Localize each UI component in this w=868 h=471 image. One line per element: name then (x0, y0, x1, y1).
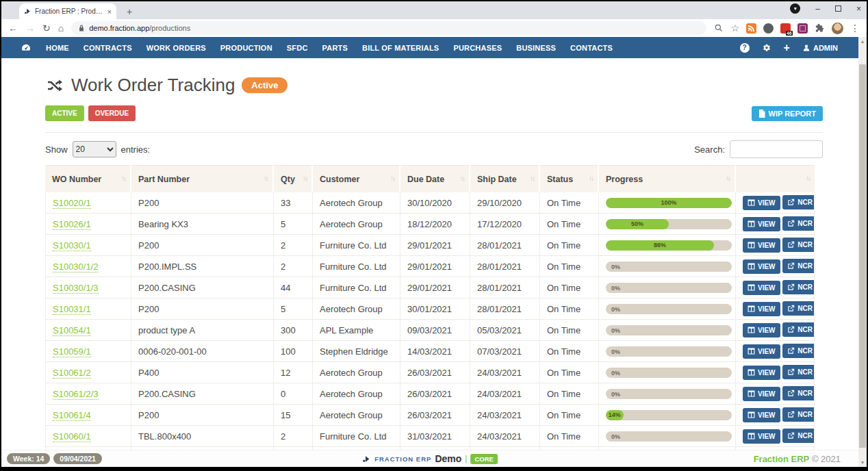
wo-number-link[interactable]: S10026/1 (53, 219, 91, 230)
column-header[interactable]: Qty↑↓ (274, 165, 313, 192)
ncr-button[interactable]: NCR (782, 344, 815, 358)
column-header[interactable]: WO Number↑↓ (45, 165, 131, 192)
view-button[interactable]: VIEW (743, 387, 780, 401)
view-button[interactable]: VIEW (743, 408, 780, 422)
search-input[interactable] (730, 140, 823, 158)
red-extension-icon[interactable]: 46 (780, 23, 791, 34)
sort-icon[interactable]: ↑↓ (264, 175, 268, 182)
overdue-filter-button[interactable]: OVERDUE (88, 105, 136, 121)
add-icon[interactable]: + (784, 42, 790, 53)
view-button[interactable]: VIEW (743, 238, 780, 253)
sort-icon[interactable]: ↑↓ (589, 175, 593, 182)
view-button[interactable]: VIEW (743, 344, 780, 359)
rss-extension-icon[interactable] (746, 23, 756, 34)
scrollbar-up-icon[interactable]: ▲ (858, 37, 867, 46)
ncr-button[interactable]: NCR (782, 429, 815, 443)
sort-icon[interactable]: ↑↓ (726, 175, 730, 182)
purple-extension-icon[interactable] (797, 23, 808, 34)
wip-report-button[interactable]: WIP REPORT (752, 106, 823, 121)
view-button[interactable]: VIEW (743, 217, 780, 231)
column-header[interactable]: Ship Date↑↓ (470, 165, 540, 192)
wo-number-link[interactable]: S10031/1 (53, 304, 91, 315)
browser-tab[interactable]: Fraction ERP : Productions × (19, 3, 116, 19)
wo-number-link[interactable]: S10060/1 (53, 431, 91, 442)
ncr-button[interactable]: NCR (782, 301, 815, 316)
ncr-button[interactable]: NCR (782, 280, 815, 294)
close-window-button[interactable]: × (856, 5, 861, 13)
ncr-button[interactable]: NCR (782, 322, 815, 337)
column-header[interactable]: Customer↑↓ (313, 165, 400, 192)
nav-item[interactable]: HOME (46, 44, 69, 52)
circle-extension-icon[interactable] (763, 23, 774, 34)
ncr-button[interactable]: NCR (782, 407, 815, 422)
sort-icon[interactable]: ↑↓ (806, 175, 810, 182)
sort-icon[interactable]: ↑↓ (121, 175, 125, 182)
wo-number-link[interactable]: S10030/1/3 (53, 283, 99, 294)
tab-close-icon[interactable]: × (107, 8, 112, 16)
column-header[interactable]: Due Date↑↓ (400, 165, 470, 192)
browser-profile-icon[interactable]: ▾ (790, 3, 800, 14)
extensions-puzzle-icon[interactable] (815, 23, 825, 34)
page-scrollbar[interactable]: ▲ ▼ (858, 37, 867, 467)
sort-icon[interactable]: ↑↓ (530, 175, 534, 182)
browser-menu-icon[interactable]: ⋮ (850, 23, 860, 33)
forward-icon[interactable]: → (25, 23, 35, 33)
ncr-button[interactable]: NCR (782, 259, 815, 273)
bookmark-star-icon[interactable]: ☆ (730, 23, 739, 33)
nav-item[interactable]: PRODUCTION (220, 44, 272, 52)
view-button[interactable]: VIEW (743, 429, 780, 444)
column-header[interactable]: Status↑↓ (540, 165, 599, 192)
scrollbar-down-icon[interactable]: ▼ (858, 458, 867, 467)
new-tab-button[interactable]: + (123, 6, 136, 17)
ncr-button[interactable]: NCR (782, 386, 815, 400)
view-button[interactable]: VIEW (743, 196, 780, 210)
wo-number-link[interactable]: S10061/4 (53, 410, 91, 421)
gear-icon[interactable] (762, 43, 771, 53)
sort-icon[interactable]: ↑↓ (303, 175, 307, 182)
dashboard-icon[interactable] (21, 42, 31, 53)
column-header[interactable]: Part Number↑↓ (131, 165, 274, 192)
nav-item[interactable]: BILL OF MATERIALS (362, 44, 439, 52)
nav-item[interactable]: PARTS (322, 44, 348, 52)
admin-menu[interactable]: ADMIN (802, 44, 838, 52)
help-icon[interactable]: ? (740, 43, 750, 53)
wo-number-link[interactable]: S10061/2/3 (53, 389, 99, 400)
wo-number-link[interactable]: S10059/1 (53, 346, 91, 357)
reload-icon[interactable]: ↻ (42, 23, 51, 33)
address-input[interactable]: demo.fraction.app/productions (71, 21, 706, 35)
column-header[interactable]: ↑↓ (736, 165, 815, 192)
view-button[interactable]: VIEW (743, 323, 780, 338)
ncr-button[interactable]: NCR (782, 216, 815, 231)
sort-icon[interactable]: ↑↓ (460, 175, 464, 182)
nav-item[interactable]: CONTACTS (570, 44, 613, 52)
nav-item[interactable]: SFDC (287, 44, 308, 52)
back-icon[interactable]: ← (8, 23, 18, 33)
minimize-button[interactable]: – (815, 5, 820, 13)
sort-icon[interactable]: ↑↓ (390, 175, 394, 182)
restore-button[interactable] (835, 5, 841, 12)
profile-avatar[interactable] (832, 23, 843, 34)
active-filter-button[interactable]: ACTIVE (45, 105, 84, 121)
page-size-select[interactable]: 20 (73, 141, 116, 157)
wo-number-link[interactable]: S10030/1 (53, 240, 91, 251)
view-button[interactable]: VIEW (743, 259, 780, 274)
nav-item[interactable]: BUSINESS (516, 44, 556, 52)
nav-item[interactable]: CONTRACTS (84, 44, 132, 52)
zoom-icon[interactable] (714, 23, 724, 33)
wo-number-link[interactable]: S10061/2 (53, 368, 91, 379)
ncr-button[interactable]: NCR (782, 238, 815, 252)
view-button[interactable]: VIEW (743, 302, 780, 316)
ncr-button[interactable]: NCR (782, 195, 815, 209)
home-icon[interactable]: ⌂ (58, 23, 64, 33)
wo-number-link[interactable]: S10020/1 (53, 198, 91, 209)
view-button[interactable]: VIEW (743, 281, 780, 295)
column-header[interactable]: Progress↑↓ (599, 165, 736, 192)
ncr-button[interactable]: NCR (782, 365, 815, 379)
status-cell: On Time (540, 341, 599, 362)
view-button[interactable]: VIEW (743, 366, 780, 380)
scrollbar-thumb[interactable] (859, 64, 866, 448)
wo-number-link[interactable]: S10054/1 (53, 325, 91, 336)
nav-item[interactable]: PURCHASES (453, 44, 502, 52)
nav-item[interactable]: WORK ORDERS (146, 44, 206, 52)
wo-number-link[interactable]: S10030/1/2 (53, 262, 99, 272)
